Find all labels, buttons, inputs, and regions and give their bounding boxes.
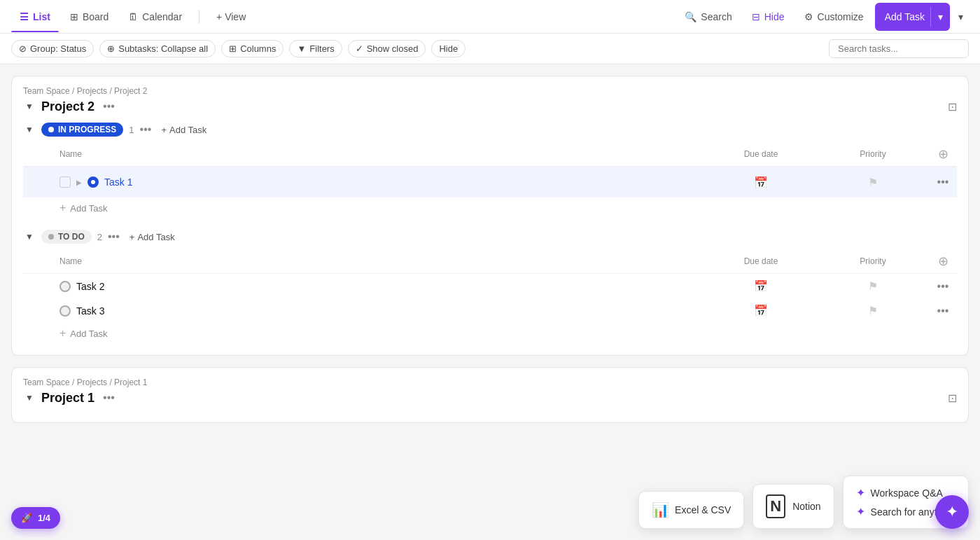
todo-dot <box>48 234 54 240</box>
filter-bar: ⊘ Group: Status ⊕ Subtasks: Collapse all… <box>0 34 980 64</box>
progress-badge[interactable]: 🚀 1/4 <box>11 507 60 529</box>
todo-col-priority: Priority <box>817 249 929 274</box>
project-2-title-row: ▼ Project 2 ••• ⊡ <box>12 99 968 123</box>
project-1-collapse[interactable]: ▼ <box>23 392 36 404</box>
filters-chip[interactable]: ▼ Filters <box>289 40 342 57</box>
search-sparkle-icon: ✦ <box>856 505 865 518</box>
todo-col-name: Name <box>23 249 705 274</box>
col-due-header: Due date <box>705 142 817 167</box>
task-3-due: 📅 <box>705 298 817 323</box>
todo-dots-menu[interactable]: ••• <box>108 230 120 243</box>
group-icon: ⊘ <box>19 43 27 54</box>
task-3-status[interactable] <box>59 305 71 317</box>
todo-table: Name Due date Priority ⊕ ⋮⋮ Task 2 <box>23 249 957 323</box>
in-progress-collapse[interactable]: ▼ <box>23 123 36 136</box>
task-1-checkbox[interactable] <box>59 176 71 188</box>
task-1-add-btn[interactable]: + <box>603 172 622 192</box>
tab-list[interactable]: ☰ List <box>11 7 59 27</box>
project-2-collapse[interactable]: ▼ <box>23 100 36 113</box>
project-2-menu[interactable]: ••• <box>100 99 118 114</box>
hide-button[interactable]: ⊟ Hide <box>743 7 793 27</box>
add-task-button[interactable]: Add Task ▾ <box>875 3 950 31</box>
in-progress-dot <box>48 127 54 132</box>
nav-divider <box>199 10 200 24</box>
todo-col-due: Due date <box>705 249 817 274</box>
project-1-sidebar-toggle[interactable]: ⊡ <box>948 392 957 405</box>
hide-chip[interactable]: Hide <box>431 40 465 57</box>
project-1-menu[interactable]: ••• <box>100 390 118 406</box>
sparkle-icon: ✦ <box>856 486 865 499</box>
task-2-flag-icon[interactable]: ⚑ <box>868 280 878 292</box>
search-button[interactable]: 🔍 Search <box>676 7 740 27</box>
col-add-header[interactable]: ⊕ <box>929 142 957 167</box>
todo-col-add[interactable]: ⊕ <box>929 249 957 274</box>
check-circle-icon: ✓ <box>356 43 363 54</box>
hide-icon: ⊟ <box>752 11 760 22</box>
more-nav-button[interactable]: ▾ <box>953 8 969 25</box>
col-name-header: Name <box>23 142 705 167</box>
in-progress-add-task-row[interactable]: + Add Task <box>23 198 957 219</box>
task-1-tag-btn[interactable]: 🏷 <box>626 172 646 192</box>
task-3-name: Task 3 <box>76 305 694 317</box>
task-1-name: Task 1 <box>104 176 597 188</box>
task-1-due-icon[interactable]: 📅 <box>754 176 768 188</box>
task-3-due-icon[interactable]: 📅 <box>754 305 768 317</box>
task-1-edit-btn[interactable]: ✎ <box>650 172 670 192</box>
gear-icon: ⚙ <box>804 11 813 22</box>
task-1-date-btn[interactable]: 📅 <box>674 172 694 192</box>
task-3-flag-icon[interactable]: ⚑ <box>868 305 878 317</box>
project-2-title: Project 2 <box>41 99 94 114</box>
subtasks-chip[interactable]: ⊕ Subtasks: Collapse all <box>99 40 216 57</box>
table-row: ⋮⋮ Task 2 📅 ⚑ ••• <box>23 274 957 299</box>
in-progress-dots-menu[interactable]: ••• <box>140 123 152 136</box>
task-1-flag-icon[interactable]: ⚑ <box>868 176 878 188</box>
rocket-icon: 🚀 <box>21 513 32 523</box>
notion-popup[interactable]: N Notion <box>752 484 834 529</box>
project-1-title: Project 1 <box>41 391 94 406</box>
task-3-more[interactable]: ••• <box>929 298 957 323</box>
board-icon: ⊞ <box>70 11 78 22</box>
search-tasks-input[interactable] <box>829 39 969 58</box>
task-2-row: ⋮⋮ Task 2 <box>29 277 699 296</box>
add-view-button[interactable]: + View <box>208 7 254 27</box>
todo-section: ▼ TO DO 2 ••• + Add Task Name Due date <box>12 230 968 355</box>
task-2-more[interactable]: ••• <box>929 274 957 299</box>
list-icon: ☰ <box>20 11 29 22</box>
calendar-icon: 🗓 <box>128 11 138 22</box>
subtasks-icon: ⊕ <box>107 43 115 54</box>
excel-csv-popup[interactable]: 📊 Excel & CSV <box>638 491 744 529</box>
project-2-sidebar-toggle[interactable]: ⊡ <box>948 100 957 113</box>
ai-fab-button[interactable]: ✦ <box>935 495 969 529</box>
todo-collapse[interactable]: ▼ <box>23 230 36 243</box>
columns-chip[interactable]: ⊞ Columns <box>221 40 284 57</box>
top-nav: ☰ List ⊞ Board 🗓 Calendar + View 🔍 Searc… <box>0 0 980 34</box>
task-3-priority: ⚑ <box>817 298 929 323</box>
project-1-breadcrumb: Team Space / Projects / Project 1 <box>12 368 968 387</box>
notion-icon: N <box>766 494 785 518</box>
task-1-due: 📅 <box>705 167 817 198</box>
in-progress-badge: IN PROGRESS <box>41 123 123 137</box>
task-1-more[interactable]: ••• <box>929 167 957 198</box>
add-task-dropdown[interactable]: ▾ <box>930 7 950 27</box>
table-row: ⋮⋮ ▶ Task 1 + 🏷 ✎ 📅 <box>23 167 957 198</box>
group-status-chip[interactable]: ⊘ Group: Status <box>11 40 94 57</box>
task-2-due-icon[interactable]: 📅 <box>754 280 768 292</box>
tab-calendar[interactable]: 🗓 Calendar <box>120 7 190 27</box>
filter-icon: ▼ <box>297 43 306 54</box>
todo-add-task-row[interactable]: + Add Task <box>23 323 957 344</box>
columns-icon: ⊞ <box>229 43 237 54</box>
project-card-2: Team Space / Projects / Project 2 ▼ Proj… <box>11 76 969 356</box>
task-2-status[interactable] <box>59 281 71 292</box>
todo-badge: TO DO <box>41 230 92 244</box>
todo-add-task[interactable]: + Add Task <box>125 230 179 244</box>
show-closed-chip[interactable]: ✓ Show closed <box>348 40 426 57</box>
project-1-title-row: ▼ Project 1 ••• ⊡ <box>12 390 968 414</box>
in-progress-add-task[interactable]: + Add Task <box>157 123 211 137</box>
task-1-expand[interactable]: ▶ <box>74 176 85 188</box>
main-content: Team Space / Projects / Project 2 ▼ Proj… <box>0 64 980 539</box>
project-card-1: Team Space / Projects / Project 1 ▼ Proj… <box>11 367 969 423</box>
customize-button[interactable]: ⚙ Customize <box>796 7 872 27</box>
task-1-status[interactable] <box>88 176 99 188</box>
task-2-priority: ⚑ <box>817 274 929 299</box>
tab-board[interactable]: ⊞ Board <box>62 7 117 27</box>
